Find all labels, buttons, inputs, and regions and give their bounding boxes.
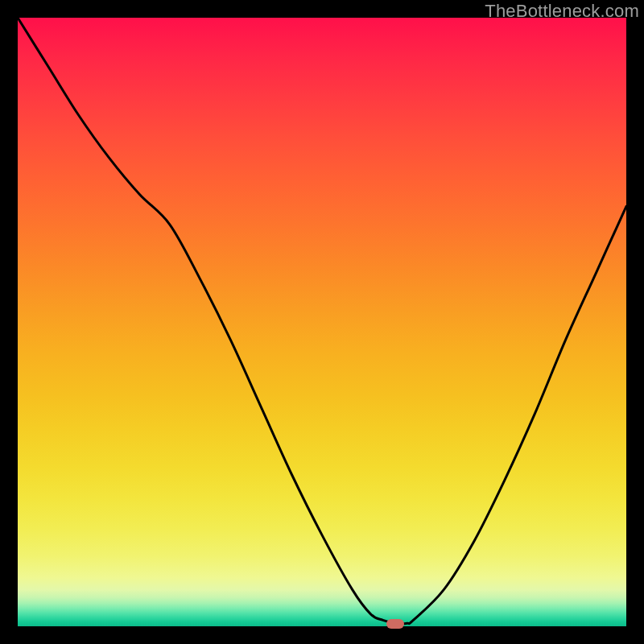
attribution-text: TheBottleneck.com xyxy=(485,1,639,22)
chart-frame: TheBottleneck.com xyxy=(0,0,644,644)
plot-area xyxy=(18,18,626,626)
optimal-point-marker xyxy=(386,619,404,629)
bottleneck-curve xyxy=(18,18,626,626)
